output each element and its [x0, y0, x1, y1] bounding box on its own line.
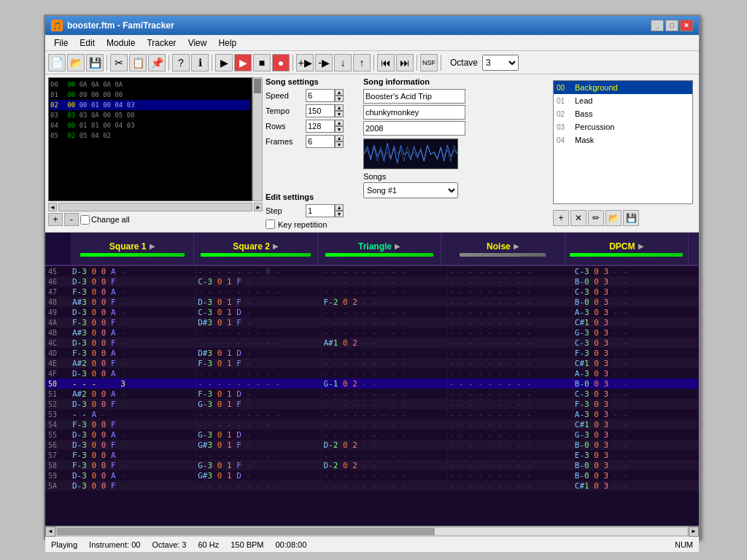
p-cell-s2: C-3 0 1 D - — [196, 308, 322, 317]
step-up[interactable]: ▲ — [335, 204, 344, 211]
about-button[interactable]: ℹ — [191, 54, 209, 71]
record-button[interactable]: ● — [272, 54, 290, 71]
instrument-item-0[interactable]: 00 Background — [554, 81, 692, 94]
add-row-button[interactable]: + — [48, 213, 63, 226]
remove-instrument-button[interactable]: ✕ — [570, 210, 587, 226]
scroll-right-arrow[interactable]: ► — [689, 526, 699, 537]
pattern-mini-content: 00 00 0A 0A 0A 0A 01 00 09 00 00 00 02 0… — [49, 78, 252, 142]
frames-input[interactable] — [306, 135, 335, 148]
edit-instrument-button[interactable]: ✏ — [588, 210, 604, 226]
close-button[interactable]: ✕ — [680, 20, 693, 31]
pattern-area[interactable]: 45 D-3 0 0 A - - - - - - - - 0 - - - - -… — [45, 266, 699, 526]
instrument-item-2[interactable]: 02 Bass — [554, 107, 692, 120]
p-cell-noise: - - - - - - - - - — [448, 328, 573, 338]
menu-view[interactable]: View — [182, 36, 213, 50]
songs-label: Songs — [363, 172, 547, 181]
table-row: 47 F-3 0 0 A - - - - - - - - - - - - - -… — [45, 287, 699, 297]
speed-down[interactable]: ▼ — [335, 96, 344, 102]
instrument-item-1[interactable]: 01 Lead — [554, 94, 692, 107]
speed-up[interactable]: ▲ — [335, 89, 344, 96]
pattern-add-remove: + - Change all — [48, 213, 263, 226]
menu-file[interactable]: File — [48, 36, 74, 50]
h-scrollbar-track[interactable] — [57, 528, 687, 535]
instrument-item-4[interactable]: 04 Mask — [554, 133, 692, 147]
copy-button[interactable]: 📋 — [129, 54, 147, 71]
add-instrument-button[interactable]: + — [553, 210, 569, 226]
row-num: 50 — [45, 380, 71, 388]
menu-edit[interactable]: Edit — [74, 36, 101, 50]
step-input[interactable] — [306, 204, 335, 217]
change-all-checkbox[interactable] — [80, 215, 90, 225]
remove-row-button[interactable]: - — [64, 213, 79, 226]
pattern-mini-scrollbar[interactable] — [252, 77, 263, 201]
songs-select[interactable]: Song #1 — [363, 182, 458, 198]
menu-help[interactable]: Help — [212, 36, 242, 50]
row-num: 46 — [45, 278, 71, 286]
rows-up[interactable]: ▲ — [335, 120, 344, 126]
p-cell-dpcm: C#1 0 3 - - — [573, 420, 699, 429]
export-button[interactable]: NSF — [420, 54, 438, 71]
song-year-input[interactable] — [363, 121, 465, 136]
rows-input[interactable] — [306, 120, 335, 133]
p-cell-noise: - - - - - - - - - — [448, 338, 573, 348]
move-down-button[interactable]: ↓ — [334, 54, 352, 71]
speed-input[interactable] — [306, 89, 335, 102]
stop-button[interactable]: ■ — [253, 54, 271, 71]
paste-button[interactable]: 📌 — [148, 54, 166, 71]
scroll-left-arrow[interactable]: ◄ — [45, 526, 55, 537]
minimize-button[interactable]: _ — [651, 20, 664, 31]
save-instrument-button[interactable]: 💾 — [623, 210, 639, 226]
song-title-input[interactable] — [363, 89, 465, 104]
frames-up[interactable]: ▲ — [335, 135, 344, 141]
new-button[interactable]: 📄 — [48, 54, 66, 71]
ch2-header-content: Square 2 ▶ — [233, 241, 279, 252]
waveform-display — [363, 139, 458, 169]
hz-status: 60 Hz — [198, 540, 219, 549]
p-cell-tri: - - - - - - - - - — [322, 359, 447, 368]
table-row: 45 D-3 0 0 A - - - - - - - - 0 - - - - -… — [45, 266, 699, 276]
octave-select[interactable]: 31245 — [482, 55, 519, 71]
p-cell-dpcm: A-3 0 3 - - — [573, 308, 699, 317]
remove-frame-button[interactable]: -▶ — [315, 54, 333, 71]
save-button[interactable]: 💾 — [86, 54, 104, 71]
move-up-button[interactable]: ↑ — [353, 54, 371, 71]
tempo-down[interactable]: ▼ — [335, 111, 344, 117]
step-down[interactable]: ▼ — [335, 211, 344, 217]
scrollbar-thumb[interactable] — [254, 79, 261, 93]
play-button[interactable]: ▶ — [215, 54, 233, 71]
octave-status: Octave: 3 — [152, 540, 186, 549]
maximize-button[interactable]: □ — [665, 20, 678, 31]
p-cell-noise: - - - - - - - - - — [448, 369, 573, 378]
ch1-name: Square 1 — [109, 241, 147, 252]
horizontal-scrollbar[interactable] — [58, 203, 252, 211]
speed-label: Speed — [266, 91, 306, 100]
menu-module[interactable]: Module — [101, 36, 141, 50]
tempo-label: Tempo — [266, 106, 306, 115]
song-author-input[interactable] — [363, 105, 465, 120]
rows-down[interactable]: ▼ — [335, 126, 344, 133]
menu-tracker[interactable]: Tracker — [141, 36, 182, 50]
h-scrollbar-thumb[interactable] — [57, 528, 435, 535]
table-row: 59 D-3 0 0 A - G#3 0 1 D - - - - - - - -… — [45, 470, 699, 481]
play-pattern-button[interactable]: ▶ — [234, 54, 252, 71]
help-button[interactable]: ? — [172, 54, 190, 71]
cut-button[interactable]: ✂ — [110, 54, 128, 71]
p-cell-dpcm: B-0 0 3 - - — [573, 471, 699, 481]
inst-name-0: Background — [575, 83, 618, 92]
next-button[interactable]: ⏭ — [396, 54, 414, 71]
instrument-item-3[interactable]: 03 Percussion — [554, 120, 692, 133]
instrument-status: Instrument: 00 — [89, 540, 140, 549]
open-button[interactable]: 📂 — [67, 54, 85, 71]
add-frame-button[interactable]: +▶ — [296, 54, 314, 71]
tempo-up[interactable]: ▲ — [335, 104, 344, 111]
tempo-input[interactable] — [306, 104, 335, 117]
prev-button[interactable]: ⏮ — [377, 54, 395, 71]
key-repetition-checkbox[interactable] — [266, 219, 275, 229]
load-instrument-button[interactable]: 📂 — [605, 210, 622, 226]
key-repetition-label: Key repetition — [278, 220, 327, 229]
row-num: 45 — [45, 268, 71, 276]
scroll-left-button[interactable]: ◄ — [48, 203, 57, 211]
scroll-right-button[interactable]: ► — [254, 203, 263, 211]
frames-down[interactable]: ▼ — [335, 141, 344, 148]
row-num: 52 — [45, 400, 71, 408]
